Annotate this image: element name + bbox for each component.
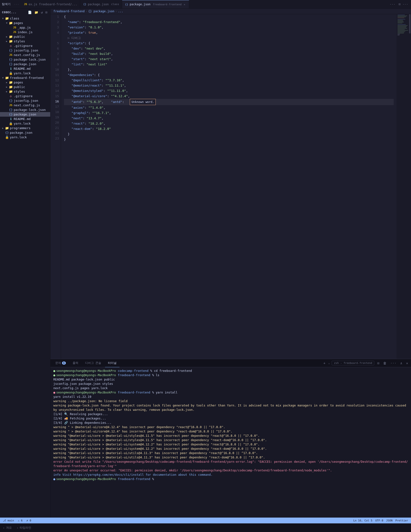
chevron-icon[interactable]: ⌄ [328,361,330,365]
refresh-icon[interactable]: ↺ [40,10,44,15]
code-token: "13.4.7" [86,116,102,121]
line-num: 22 [52,131,59,136]
bottom-nav: › 개요 › 타임라인 [0,523,411,532]
tree-item-packagejson-active[interactable]: {} package.json [0,112,50,117]
more-terminal-icon[interactable]: ··· [389,361,397,366]
tree-item-packagejson1[interactable]: {} package.json [0,62,50,66]
tree-item-freeboard[interactable]: 📁 freeboard-frontend [0,76,50,80]
tree-item-nextconfig2[interactable]: JS next.config.js [0,103,50,107]
code-token: "^3.7.16" [105,78,122,83]
code-content[interactable]: { "name": "freeboard-frontend", "version… [61,14,397,359]
line-num: 1 [52,14,59,19]
bottom-nav-timeline[interactable]: › 타임라인 [17,526,31,530]
tab-label: 문제 [55,361,61,365]
terminal-warning: warning "@material-ui/core > @material-u… [53,443,260,446]
tab-exjs[interactable]: JS ex.js freeboard-frontend/... [21,0,81,9]
tree-item-styles2[interactable]: 📁 styles [0,89,50,94]
tree-item-class[interactable]: 📁 class [0,16,50,21]
tree-arrow [1,127,5,129]
code-token: "start" [71,57,84,62]
status-warnings[interactable]: ⚠ 6 [18,519,23,522]
tree-item-pages1[interactable]: 📁 pages [0,21,50,25]
tab-debug-console[interactable]: 디버그 콘솔 [82,359,104,367]
tree-item-packagelock1[interactable]: {} package-lock.json [0,57,50,62]
tree-item-public1[interactable]: 📁 public [0,34,50,39]
tab-problems[interactable]: 문제 6 [52,359,69,367]
tree-label: next.config.js [14,53,50,57]
tree-item-yarnlock1[interactable]: 🔒 yarn.lock [0,71,50,76]
svg-rect-20 [398,34,400,34]
tab-terminal[interactable]: 터미널 [105,359,120,367]
status-language[interactable]: JSON [386,519,393,522]
new-file-icon[interactable]: 📄 [27,10,33,15]
tab-more-button[interactable]: ··· [387,2,398,6]
explorer-menu[interactable]: 탐색기 [2,2,10,6]
code-token: "name" [68,19,79,25]
tab-output[interactable]: 출력 [70,359,81,367]
code-token [64,83,71,88]
tab-package-frontend[interactable]: {} package.json freeboard-frontend ✕ [122,0,189,9]
tree-item-appjs[interactable]: JS _app.js [0,25,50,30]
close-panel-icon[interactable]: ✕ [405,361,409,366]
code-token [64,88,71,94]
terminal-prompt: seongmeongchang@myongs-MacBookPro [56,390,116,394]
status-position[interactable]: Ln 16, Col 5 [353,519,372,522]
folder-icon: 📁 [5,76,9,80]
code-token [64,105,71,110]
split-terminal-icon[interactable]: ⊡ [376,361,380,366]
tree-item-packagejson3[interactable]: {} package.json [0,130,50,135]
add-terminal-icon[interactable]: + [322,361,326,366]
status-errors[interactable]: ✗ 0 [27,519,31,522]
code-line-23: } [64,137,394,142]
tab-package-class[interactable]: {} package.json class [80,0,122,9]
tab-close-button[interactable]: ✕ [183,3,186,6]
breadcrumb-more[interactable]: ... [118,10,123,13]
code-token: : [84,57,88,62]
breadcrumb-folder[interactable]: freeboard-frontend [53,10,84,13]
tree-label: package.json [10,131,50,134]
split-editor-icon[interactable]: ⊡ [399,2,401,6]
terminal-content[interactable]: seongmeongchang@myongs-MacBookPro codeca… [50,367,411,518]
terminal-path: freeboard-frontend [118,477,150,481]
collapse-icon[interactable]: ⊟ [45,10,48,15]
bottom-nav-label: 개요 [6,526,12,530]
tree-item-nextconfig1[interactable]: JS next.config.js [0,53,50,57]
tree-item-jsconfig1[interactable]: {} jsconfig.json [0,48,50,53]
breadcrumb-file[interactable]: {} package.json [88,10,114,13]
tree-item-public2[interactable]: 📁 public [0,85,50,89]
tree-item-styles1[interactable]: 📁 styles [0,39,50,44]
terminal-output: [2/4] 🚚 Fetching packages... [53,417,106,420]
clear-terminal-icon[interactable]: 🗑 [382,361,387,366]
code-token [64,46,71,51]
tree-item-jsconfig2[interactable]: {} jsconfig.json [0,98,50,103]
svg-rect-12 [398,26,407,27]
tree-item-programmers[interactable]: 📁 programmers [0,126,50,130]
code-token: : [102,83,105,88]
tree-item-indexjs[interactable]: JS index.js [0,30,50,34]
tree-item-yarnlock2[interactable]: 🔒 yarn.lock [0,121,50,126]
bottom-nav-overview[interactable]: › 개요 [3,526,12,530]
line-num: 15 [52,94,59,99]
svg-rect-4 [398,18,404,18]
more-actions-icon[interactable]: ··· [402,2,408,6]
terminal-line: error An unexpected error occurred: "EAC… [53,468,408,473]
tree-item-gitignore1[interactable]: ◇ .gitignore [0,44,50,48]
status-encoding[interactable]: UTF-8 [375,519,383,522]
terminal-cmd: % yarn install [152,390,177,394]
status-formatter[interactable]: Prettier [395,519,408,522]
new-folder-icon[interactable]: 📁 [34,10,39,15]
tree-item-gitignore2[interactable]: ◇ .gitignore [0,94,50,98]
tree-item-readme2[interactable]: ℹ README.md [0,117,50,121]
tree-item-packagelock2[interactable]: {} package-lock.json [0,107,50,112]
tree-item-readme1[interactable]: ℹ README.md [0,66,50,71]
terminal-warning: warning ../package.json: No license fiel… [53,399,128,403]
status-branch[interactable]: ⎇ main [3,519,14,522]
tree-item-yarnlock3[interactable]: 🔒 yarn.lock [0,135,50,140]
terminal-prompt: seongmeongchang@myongs-MacBookPro [56,477,116,481]
md-icon: ℹ [9,117,13,121]
terminal-error: error An unexpected error occurred: "EAC… [53,468,332,472]
tree-item-pages2[interactable]: 📁 pages [0,80,50,85]
json-icon: {} [83,3,86,6]
code-token: true [88,30,96,35]
maximize-panel-icon[interactable]: ∧ [399,361,403,366]
